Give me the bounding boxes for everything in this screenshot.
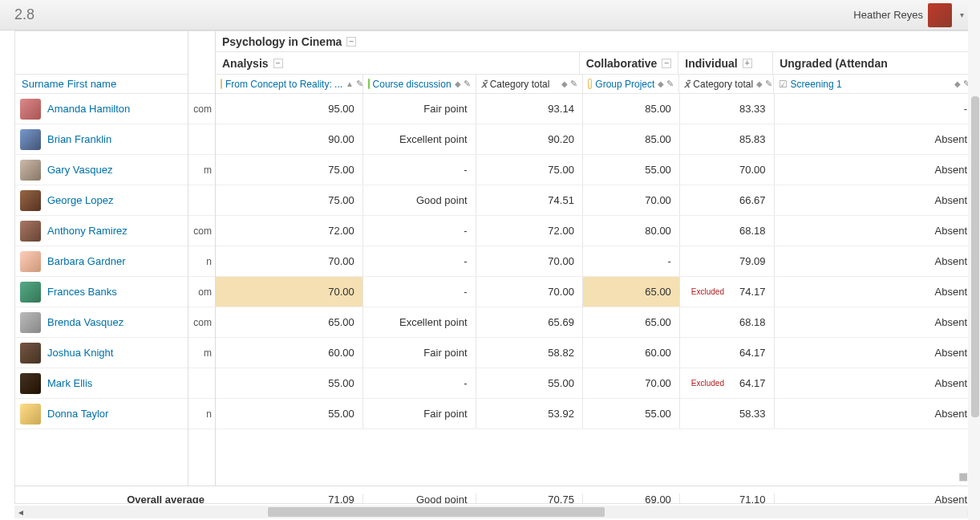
cell-cat-a[interactable]: 70.00 <box>476 246 583 276</box>
cell-screening[interactable]: Absent <box>775 277 976 307</box>
cell-concept[interactable]: 70.00 <box>216 277 363 307</box>
cell-group[interactable]: 80.00 <box>583 216 680 246</box>
edit-icon[interactable]: ✎ <box>570 79 577 89</box>
cell-group[interactable]: 60.00 <box>583 338 680 368</box>
student-name-link[interactable]: Joshua Knight <box>47 347 113 359</box>
cell-discussion[interactable]: - <box>363 368 476 398</box>
cell-discussion[interactable]: - <box>363 216 476 246</box>
sort-icon[interactable]: ◆ <box>954 79 961 88</box>
cell-screening[interactable]: Absent <box>775 185 976 215</box>
cell-screening[interactable]: - <box>775 94 976 124</box>
student-name-link[interactable]: Brian Franklin <box>47 133 111 145</box>
expand-icon[interactable]: + <box>743 59 752 68</box>
cell-discussion[interactable]: Fair point <box>363 399 476 429</box>
student-name-link[interactable]: Mark Ellis <box>47 377 92 389</box>
cell-screening[interactable]: Absent <box>775 124 976 154</box>
cell-screening[interactable]: Absent <box>775 216 976 246</box>
cell-discussion[interactable]: Excellent point <box>363 307 476 337</box>
user-menu[interactable]: Heather Reyes ▾ <box>853 3 967 27</box>
cell-concept[interactable]: 90.00 <box>216 124 363 154</box>
cell-cat-a[interactable]: 58.82 <box>476 338 583 368</box>
edit-icon[interactable]: ✎ <box>356 79 363 89</box>
student-name-link[interactable]: Barbara Gardner <box>47 255 126 267</box>
cell-cat-a[interactable]: 90.20 <box>476 124 583 154</box>
collapse-icon[interactable]: − <box>662 59 671 68</box>
cell-group[interactable]: - <box>583 246 680 276</box>
cell-cat-a[interactable]: 70.00 <box>476 277 583 307</box>
scroll-left-icon[interactable]: ◄ <box>14 506 27 518</box>
col-discussion-link[interactable]: Course discussion <box>373 79 452 90</box>
cell-cat-a[interactable]: 93.14 <box>476 94 583 124</box>
cell-discussion[interactable]: Fair point <box>363 94 476 124</box>
cell-group[interactable]: 65.00 <box>583 277 680 307</box>
scrollbar-thumb[interactable] <box>268 507 605 517</box>
sort-asc-icon[interactable]: ▲ <box>346 79 354 88</box>
edit-icon[interactable]: ✎ <box>765 79 772 89</box>
cell-screening[interactable]: Absent <box>775 338 976 368</box>
cell-discussion[interactable]: - <box>363 155 476 185</box>
student-name-link[interactable]: Amanda Hamilton <box>47 103 130 115</box>
vertical-scrollbar[interactable] <box>968 0 980 520</box>
sort-firstname-link[interactable]: First name <box>67 78 116 90</box>
scrollbar-thumb[interactable] <box>971 96 979 417</box>
cell-cat-c[interactable]: 64.17 <box>680 338 775 368</box>
collapse-icon[interactable]: − <box>273 59 283 68</box>
cell-concept[interactable]: 72.00 <box>216 216 363 246</box>
col-concept-link[interactable]: From Concept to Reality: ... <box>225 79 342 90</box>
cell-screening[interactable]: Absent <box>775 246 976 276</box>
student-name-link[interactable]: Frances Banks <box>47 286 117 298</box>
cell-concept[interactable]: 95.00 <box>216 94 363 124</box>
cell-discussion[interactable]: Fair point <box>363 338 476 368</box>
cell-group[interactable]: 85.00 <box>583 124 680 154</box>
cell-cat-a[interactable]: 74.51 <box>476 185 583 215</box>
edit-icon[interactable]: ✎ <box>666 79 674 89</box>
cell-discussion[interactable]: Excellent point <box>363 124 476 154</box>
sort-surname-link[interactable]: Surname <box>22 78 64 90</box>
scrollbar-track[interactable] <box>27 506 964 518</box>
cell-discussion[interactable]: - <box>363 246 476 276</box>
cell-discussion[interactable]: Good point <box>363 185 476 215</box>
cell-cat-c[interactable]: 58.33 <box>680 399 775 429</box>
cell-cat-c[interactable]: 83.33 <box>680 94 775 124</box>
sort-icon[interactable]: ◆ <box>756 79 763 88</box>
cell-cat-a[interactable]: 53.92 <box>476 399 583 429</box>
student-name-link[interactable]: Anthony Ramirez <box>47 225 128 237</box>
cell-cat-c[interactable]: Excluded64.17 <box>680 368 775 398</box>
horizontal-scrollbar[interactable]: ◄ ► <box>14 506 977 518</box>
cell-concept[interactable]: 75.00 <box>216 185 363 215</box>
cell-screening[interactable]: Absent <box>775 399 976 429</box>
cell-group[interactable]: 85.00 <box>583 94 680 124</box>
cell-screening[interactable]: Absent <box>775 368 976 398</box>
sort-icon[interactable]: ◆ <box>561 79 568 88</box>
cell-cat-a[interactable]: 55.00 <box>476 368 583 398</box>
chevron-down-icon[interactable]: ▾ <box>957 7 967 22</box>
cell-screening[interactable]: Absent <box>775 307 976 337</box>
cell-cat-c[interactable]: 79.09 <box>680 246 775 276</box>
cell-group[interactable]: 70.00 <box>583 368 680 398</box>
sort-icon[interactable]: ◆ <box>455 79 461 88</box>
cell-cat-c[interactable]: 85.83 <box>680 124 775 154</box>
cell-cat-a[interactable]: 75.00 <box>476 155 583 185</box>
student-name-link[interactable]: Gary Vasquez <box>47 164 112 176</box>
cell-group[interactable]: 55.00 <box>583 155 680 185</box>
cell-cat-a[interactable]: 65.69 <box>476 307 583 337</box>
cell-cat-c[interactable]: Excluded74.17 <box>680 277 775 307</box>
cell-concept[interactable]: 55.00 <box>216 368 363 398</box>
edit-icon[interactable]: ✎ <box>464 79 471 89</box>
student-name-link[interactable]: George Lopez <box>47 194 113 206</box>
cell-concept[interactable]: 60.00 <box>216 338 363 368</box>
cell-cat-c[interactable]: 68.18 <box>680 307 775 337</box>
cell-cat-c[interactable]: 66.67 <box>680 185 775 215</box>
cell-concept[interactable]: 65.00 <box>216 307 363 337</box>
cell-group[interactable]: 70.00 <box>583 185 680 215</box>
cell-concept[interactable]: 55.00 <box>216 399 363 429</box>
sort-icon[interactable]: ◆ <box>658 79 664 88</box>
student-name-link[interactable]: Brenda Vasquez <box>47 316 124 328</box>
col-group-project-link[interactable]: Group Project <box>595 79 654 90</box>
cell-cat-a[interactable]: 72.00 <box>476 216 583 246</box>
cell-screening[interactable]: Absent <box>775 155 976 185</box>
cell-cat-c[interactable]: 68.18 <box>680 216 775 246</box>
cell-concept[interactable]: 70.00 <box>216 246 363 276</box>
cell-concept[interactable]: 75.00 <box>216 155 363 185</box>
cell-discussion[interactable]: - <box>363 277 476 307</box>
